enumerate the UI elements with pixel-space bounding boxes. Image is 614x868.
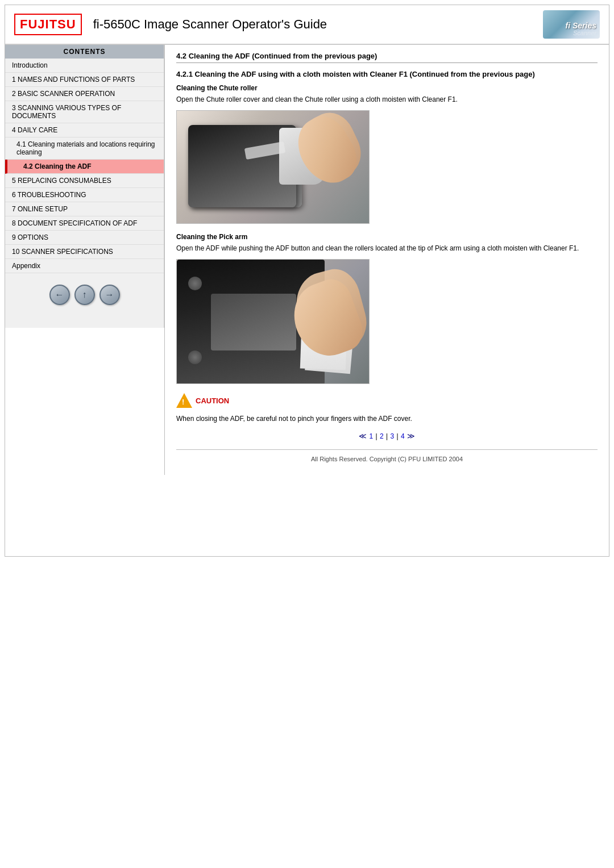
sidebar-title: CONTENTS [5, 45, 164, 59]
caution-box: ! CAUTION [176, 393, 598, 408]
pagination-first[interactable]: ≪ [359, 432, 367, 440]
pagination-page-3[interactable]: 3 [390, 432, 394, 440]
footer-text: All Rights Reserved. Copyright (C) PFU L… [311, 456, 463, 462]
caution-label: CAUTION [196, 397, 229, 405]
nav-forward-button[interactable]: → [99, 285, 120, 305]
sidebar-item-appendix[interactable]: Appendix [5, 259, 164, 273]
pick-arm-text: Open the ADF while pushing the ADF butto… [176, 243, 598, 253]
sidebar-item-scanning-types[interactable]: 3 SCANNING VARIOUS TYPES OF DOCUMENTS [5, 101, 164, 123]
chute-roller-text: Open the Chute roller cover and clean th… [176, 94, 598, 105]
pagination-sep-3: | [396, 432, 398, 440]
pagination-page-2[interactable]: 2 [380, 432, 384, 440]
nav-up-button[interactable]: ↑ [74, 285, 95, 305]
sidebar-item-cleaning-materials[interactable]: 4.1 Cleaning materials and locations req… [5, 137, 164, 160]
sidebar-item-troubleshooting[interactable]: 6 TROUBLESHOOTING [5, 188, 164, 202]
content-area: 4.2 Cleaning the ADF (Continued from the… [164, 45, 609, 475]
pagination: ≪ 1 | 2 | 3 | 4 ≫ [176, 432, 598, 440]
sidebar-item-cleaning-adf[interactable]: 4.2 Cleaning the ADF [5, 160, 164, 174]
badge-sub: Scanner [566, 30, 596, 36]
caution-icon: ! [176, 393, 192, 408]
main-layout: CONTENTS Introduction 1 NAMES AND FUNCTI… [5, 45, 609, 556]
pagination-sep-1: | [375, 432, 377, 440]
chute-roller-label: Cleaning the Chute roller [176, 84, 598, 92]
pick-arm-label: Cleaning the Pick arm [176, 233, 598, 241]
sidebar: CONTENTS Introduction 1 NAMES AND FUNCTI… [5, 45, 164, 328]
caution-text: When closing the ADF, be careful not to … [176, 415, 598, 423]
badge-title: fi Series [566, 22, 596, 30]
sidebar-item-options[interactable]: 9 OPTIONS [5, 231, 164, 245]
sidebar-item-replacing-consumables[interactable]: 5 REPLACING CONSUMABLES [5, 174, 164, 188]
sidebar-item-introduction[interactable]: Introduction [5, 59, 164, 73]
pagination-sep-2: | [386, 432, 388, 440]
sidebar-item-online-setup[interactable]: 7 ONLINE SETUP [5, 202, 164, 216]
sidebar-item-scanner-spec[interactable]: 10 SCANNER SPECIFICATIONS [5, 245, 164, 259]
subsection-title: 4.2.1 Cleaning the ADF using with a clot… [176, 70, 598, 78]
logo-text: FUJITSU [20, 17, 76, 32]
pagination-page-1[interactable]: 1 [369, 432, 373, 440]
nav-back-button[interactable]: ← [49, 285, 70, 305]
chute-roller-image [176, 110, 370, 224]
pagination-page-4[interactable]: 4 [401, 432, 405, 440]
page-header: FUJITSU fi-5650C Image Scanner Operator'… [5, 5, 609, 45]
page-title: fi-5650C Image Scanner Operator's Guide [93, 17, 543, 32]
footer: All Rights Reserved. Copyright (C) PFU L… [176, 449, 598, 468]
sidebar-item-daily-care[interactable]: 4 DAILY CARE [5, 123, 164, 137]
fi-series-badge: fi Series Scanner [543, 10, 600, 39]
section-title: 4.2 Cleaning the ADF (Continued from the… [176, 52, 598, 63]
sidebar-item-basic-operation[interactable]: 2 BASIC SCANNER OPERATION [5, 87, 164, 101]
sidebar-item-names-functions[interactable]: 1 NAMES AND FUNCTIONS OF PARTS [5, 73, 164, 87]
pick-arm-image [176, 259, 370, 384]
nav-buttons: ← ↑ → [5, 273, 164, 316]
pagination-last[interactable]: ≫ [407, 432, 415, 440]
sidebar-item-doc-spec[interactable]: 8 DOCUMENT SPECIFICATION OF ADF [5, 216, 164, 231]
fujitsu-logo: FUJITSU [14, 14, 82, 35]
